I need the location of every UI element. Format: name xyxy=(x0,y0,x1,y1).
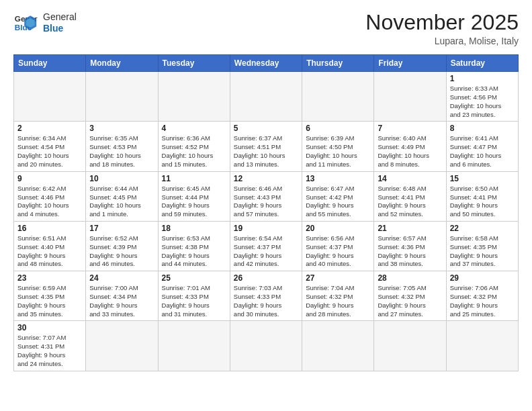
day-number: 6 xyxy=(306,124,370,133)
day-info: Sunrise: 7:00 AM Sunset: 4:34 PM Dayligh… xyxy=(89,284,154,318)
day-info: Sunrise: 7:03 AM Sunset: 4:33 PM Dayligh… xyxy=(234,284,298,318)
calendar-cell: 11Sunrise: 6:45 AM Sunset: 4:44 PM Dayli… xyxy=(158,171,230,221)
day-number: 29 xyxy=(450,273,515,283)
day-number: 18 xyxy=(162,224,226,233)
calendar-cell: 18Sunrise: 6:53 AM Sunset: 4:38 PM Dayli… xyxy=(158,221,230,271)
calendar-cell: 9Sunrise: 6:42 AM Sunset: 4:46 PM Daylig… xyxy=(14,171,86,221)
calendar-cell: 1Sunrise: 6:33 AM Sunset: 4:56 PM Daylig… xyxy=(446,72,518,122)
calendar-week-row: 16Sunrise: 6:51 AM Sunset: 4:40 PM Dayli… xyxy=(14,221,519,271)
day-number: 5 xyxy=(234,124,298,133)
calendar-cell: 27Sunrise: 7:04 AM Sunset: 4:32 PM Dayli… xyxy=(302,271,374,321)
calendar-cell: 20Sunrise: 6:56 AM Sunset: 4:37 PM Dayli… xyxy=(302,221,374,271)
day-number: 15 xyxy=(450,174,515,183)
day-info: Sunrise: 7:06 AM Sunset: 4:32 PM Dayligh… xyxy=(450,284,515,318)
logo-general: General xyxy=(43,11,77,23)
calendar-week-row: 1Sunrise: 6:33 AM Sunset: 4:56 PM Daylig… xyxy=(14,72,519,122)
day-number: 4 xyxy=(162,124,226,133)
calendar-cell xyxy=(230,321,302,371)
day-number: 13 xyxy=(306,174,370,183)
day-info: Sunrise: 6:41 AM Sunset: 4:47 PM Dayligh… xyxy=(450,134,515,169)
calendar-cell: 14Sunrise: 6:48 AM Sunset: 4:41 PM Dayli… xyxy=(374,171,446,221)
day-info: Sunrise: 6:42 AM Sunset: 4:46 PM Dayligh… xyxy=(17,185,82,219)
calendar-cell: 12Sunrise: 6:46 AM Sunset: 4:43 PM Dayli… xyxy=(230,171,302,221)
calendar-cell xyxy=(86,321,158,371)
weekday-header-tuesday: Tuesday xyxy=(158,55,230,72)
day-number: 25 xyxy=(162,273,226,283)
weekday-header-wednesday: Wednesday xyxy=(230,55,302,72)
weekday-header-sunday: Sunday xyxy=(14,55,86,72)
day-number: 24 xyxy=(89,273,154,283)
weekday-header-monday: Monday xyxy=(86,55,158,72)
weekday-header-saturday: Saturday xyxy=(446,55,518,72)
day-number: 11 xyxy=(162,174,226,183)
calendar-cell: 25Sunrise: 7:01 AM Sunset: 4:33 PM Dayli… xyxy=(158,271,230,321)
calendar-cell: 15Sunrise: 6:50 AM Sunset: 4:41 PM Dayli… xyxy=(446,171,518,221)
calendar-cell: 19Sunrise: 6:54 AM Sunset: 4:37 PM Dayli… xyxy=(230,221,302,271)
day-number: 30 xyxy=(17,323,82,332)
day-info: Sunrise: 6:57 AM Sunset: 4:36 PM Dayligh… xyxy=(378,234,442,269)
day-info: Sunrise: 6:52 AM Sunset: 4:39 PM Dayligh… xyxy=(89,234,154,269)
day-info: Sunrise: 6:48 AM Sunset: 4:41 PM Dayligh… xyxy=(378,185,442,219)
calendar-cell xyxy=(374,72,446,122)
calendar-page: General Blue General Blue November 2025 … xyxy=(0,0,532,411)
calendar-cell: 8Sunrise: 6:41 AM Sunset: 4:47 PM Daylig… xyxy=(446,122,518,171)
calendar-cell: 4Sunrise: 6:36 AM Sunset: 4:52 PM Daylig… xyxy=(158,122,230,171)
day-info: Sunrise: 6:33 AM Sunset: 4:56 PM Dayligh… xyxy=(450,85,515,119)
calendar-cell: 16Sunrise: 6:51 AM Sunset: 4:40 PM Dayli… xyxy=(14,221,86,271)
day-number: 3 xyxy=(89,124,154,133)
day-number: 2 xyxy=(17,124,82,133)
calendar-cell: 26Sunrise: 7:03 AM Sunset: 4:33 PM Dayli… xyxy=(230,271,302,321)
calendar-cell: 28Sunrise: 7:05 AM Sunset: 4:32 PM Dayli… xyxy=(374,271,446,321)
weekday-header-row: SundayMondayTuesdayWednesdayThursdayFrid… xyxy=(14,55,519,72)
day-info: Sunrise: 7:05 AM Sunset: 4:32 PM Dayligh… xyxy=(378,284,442,318)
weekday-header-friday: Friday xyxy=(374,55,446,72)
day-number: 8 xyxy=(450,124,515,133)
day-info: Sunrise: 6:45 AM Sunset: 4:44 PM Dayligh… xyxy=(162,185,226,219)
day-info: Sunrise: 7:07 AM Sunset: 4:31 PM Dayligh… xyxy=(17,334,82,368)
logo-blue: Blue xyxy=(43,23,77,34)
calendar-table: SundayMondayTuesdayWednesdayThursdayFrid… xyxy=(13,54,519,371)
calendar-week-row: 30Sunrise: 7:07 AM Sunset: 4:31 PM Dayli… xyxy=(14,321,519,371)
calendar-cell: 23Sunrise: 6:59 AM Sunset: 4:35 PM Dayli… xyxy=(14,271,86,321)
calendar-week-row: 9Sunrise: 6:42 AM Sunset: 4:46 PM Daylig… xyxy=(14,171,519,221)
logo-icon: General Blue xyxy=(13,11,38,35)
day-info: Sunrise: 7:04 AM Sunset: 4:32 PM Dayligh… xyxy=(306,284,370,318)
day-number: 19 xyxy=(234,224,298,233)
day-info: Sunrise: 6:34 AM Sunset: 4:54 PM Dayligh… xyxy=(17,134,82,169)
calendar-cell: 2Sunrise: 6:34 AM Sunset: 4:54 PM Daylig… xyxy=(14,122,86,171)
day-number: 28 xyxy=(378,273,442,283)
day-number: 7 xyxy=(378,124,442,133)
calendar-cell: 3Sunrise: 6:35 AM Sunset: 4:53 PM Daylig… xyxy=(86,122,158,171)
calendar-title: November 2025 xyxy=(365,11,519,34)
calendar-cell xyxy=(158,72,230,122)
title-block: November 2025 Lupara, Molise, Italy xyxy=(365,11,519,46)
calendar-cell: 17Sunrise: 6:52 AM Sunset: 4:39 PM Dayli… xyxy=(86,221,158,271)
day-info: Sunrise: 6:56 AM Sunset: 4:37 PM Dayligh… xyxy=(306,234,370,269)
calendar-cell: 6Sunrise: 6:39 AM Sunset: 4:50 PM Daylig… xyxy=(302,122,374,171)
page-header: General Blue General Blue November 2025 … xyxy=(13,11,519,46)
day-info: Sunrise: 6:53 AM Sunset: 4:38 PM Dayligh… xyxy=(162,234,226,269)
logo: General Blue General Blue xyxy=(13,11,77,35)
day-number: 12 xyxy=(234,174,298,183)
calendar-cell xyxy=(374,321,446,371)
calendar-week-row: 23Sunrise: 6:59 AM Sunset: 4:35 PM Dayli… xyxy=(14,271,519,321)
day-info: Sunrise: 6:40 AM Sunset: 4:49 PM Dayligh… xyxy=(378,134,442,169)
day-info: Sunrise: 6:47 AM Sunset: 4:42 PM Dayligh… xyxy=(306,185,370,219)
day-number: 1 xyxy=(450,74,515,83)
day-info: Sunrise: 6:35 AM Sunset: 4:53 PM Dayligh… xyxy=(89,134,154,169)
day-info: Sunrise: 6:50 AM Sunset: 4:41 PM Dayligh… xyxy=(450,185,515,219)
calendar-cell: 5Sunrise: 6:37 AM Sunset: 4:51 PM Daylig… xyxy=(230,122,302,171)
day-number: 16 xyxy=(17,224,82,233)
calendar-cell: 10Sunrise: 6:44 AM Sunset: 4:45 PM Dayli… xyxy=(86,171,158,221)
day-info: Sunrise: 6:39 AM Sunset: 4:50 PM Dayligh… xyxy=(306,134,370,169)
calendar-cell xyxy=(86,72,158,122)
calendar-cell xyxy=(302,321,374,371)
day-info: Sunrise: 6:37 AM Sunset: 4:51 PM Dayligh… xyxy=(234,134,298,169)
calendar-cell xyxy=(302,72,374,122)
day-number: 27 xyxy=(306,273,370,283)
day-number: 26 xyxy=(234,273,298,283)
calendar-cell: 21Sunrise: 6:57 AM Sunset: 4:36 PM Dayli… xyxy=(374,221,446,271)
calendar-cell xyxy=(230,72,302,122)
calendar-cell: 30Sunrise: 7:07 AM Sunset: 4:31 PM Dayli… xyxy=(14,321,86,371)
day-number: 17 xyxy=(89,224,154,233)
